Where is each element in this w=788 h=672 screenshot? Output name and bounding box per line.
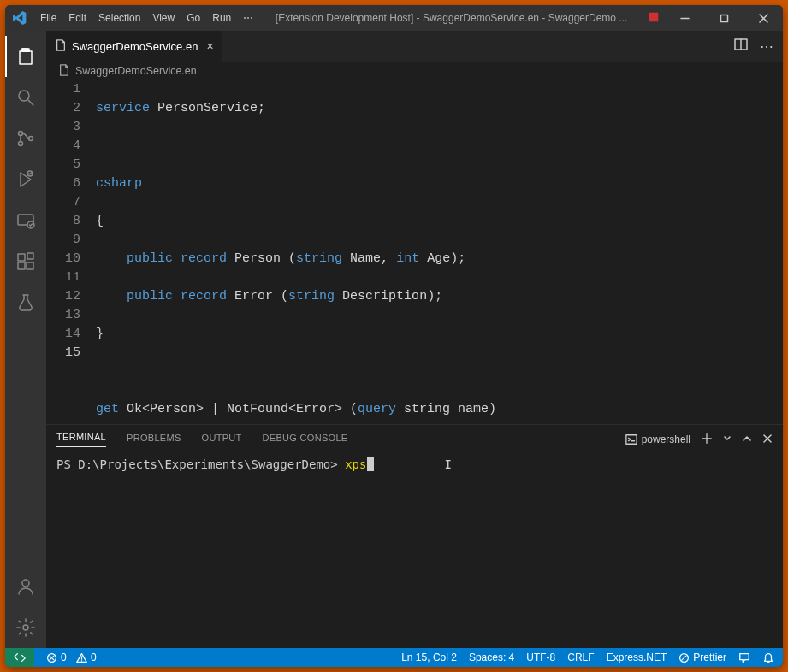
- activity-account[interactable]: [5, 566, 46, 607]
- breadcrumb[interactable]: SwaggerDemoService.en: [46, 62, 783, 80]
- menu-file[interactable]: File: [34, 5, 62, 31]
- menu-run[interactable]: Run: [206, 5, 237, 31]
- svg-rect-17: [27, 262, 33, 269]
- panel-tab-output[interactable]: OUTPUT: [202, 433, 242, 447]
- terminal-body[interactable]: PS D:\Projects\Experiments\SwaggerDemo> …: [46, 454, 783, 648]
- terminal-new-icon[interactable]: [701, 433, 713, 447]
- text-caret-icon: I: [444, 457, 451, 471]
- terminal-dropdown-icon[interactable]: [723, 433, 732, 445]
- status-feedback-icon[interactable]: [738, 651, 750, 663]
- activity-settings[interactable]: [5, 607, 46, 648]
- activity-run[interactable]: [5, 159, 46, 200]
- status-bell-icon[interactable]: [762, 651, 774, 663]
- file-icon: [55, 39, 67, 54]
- tab-row: SwaggerDemoService.en × ⋯: [46, 31, 783, 62]
- svg-rect-18: [27, 253, 33, 259]
- editor-column: SwaggerDemoService.en × ⋯ SwaggerDemoSer…: [46, 31, 783, 648]
- status-ln-col[interactable]: Ln 15, Col 2: [401, 651, 457, 663]
- panel-close-icon[interactable]: [762, 433, 773, 446]
- tab-active[interactable]: SwaggerDemoService.en ×: [46, 31, 223, 62]
- main-area: SwaggerDemoService.en × ⋯ SwaggerDemoSer…: [5, 31, 783, 648]
- activity-explorer[interactable]: [5, 36, 46, 77]
- menu-view[interactable]: View: [146, 5, 181, 31]
- status-spaces[interactable]: Spaces: 4: [469, 651, 514, 663]
- file-icon: [58, 64, 70, 79]
- breadcrumb-label: SwaggerDemoService.en: [75, 65, 197, 77]
- menu-go[interactable]: Go: [181, 5, 206, 31]
- svg-rect-15: [18, 254, 25, 261]
- status-bar: 0 0 Ln 15, Col 2 Spaces: 4 UTF-8 CRLF Ex…: [5, 648, 783, 667]
- editor-more-icon[interactable]: ⋯: [760, 38, 774, 55]
- menu-overflow[interactable]: ⋯: [237, 5, 260, 31]
- activity-bar: [5, 31, 46, 648]
- terminal-command: xps: [345, 457, 366, 471]
- menu-bar: File Edit Selection View Go Run ⋯: [34, 5, 260, 31]
- split-editor-icon[interactable]: [734, 38, 748, 55]
- status-lang[interactable]: Express.NET: [607, 651, 667, 663]
- maximize-button[interactable]: [704, 5, 744, 31]
- app-window: File Edit Selection View Go Run ⋯ [Exten…: [5, 5, 783, 667]
- terminal-prompt: PS D:\Projects\Experiments\SwaggerDemo>: [56, 457, 338, 471]
- svg-rect-23: [626, 435, 637, 445]
- activity-remote[interactable]: [5, 200, 46, 241]
- titlebar: File Edit Selection View Go Run ⋯ [Exten…: [5, 5, 783, 31]
- tab-label: SwaggerDemoService.en: [72, 40, 198, 53]
- svg-point-19: [22, 580, 29, 587]
- terminal-shell-label: powershell: [642, 433, 690, 445]
- panel-tabs: TERMINAL PROBLEMS OUTPUT DEBUG CONSOLE p…: [46, 425, 783, 454]
- activity-extensions[interactable]: [5, 241, 46, 282]
- activity-scm[interactable]: [5, 118, 46, 159]
- tab-close-icon[interactable]: ×: [206, 39, 213, 53]
- panel-tab-terminal[interactable]: TERMINAL: [56, 432, 106, 447]
- code-editor[interactable]: 123456789101112131415 service PersonServ…: [46, 80, 783, 424]
- svg-line-34: [682, 656, 686, 660]
- svg-rect-16: [18, 262, 25, 269]
- activity-testing[interactable]: [5, 282, 46, 323]
- svg-rect-5: [20, 51, 32, 64]
- status-remote[interactable]: [5, 648, 34, 667]
- debug-stop-icon[interactable]: [643, 11, 665, 26]
- svg-point-20: [23, 625, 28, 630]
- panel-maximize-icon[interactable]: [742, 433, 752, 446]
- close-button[interactable]: [744, 5, 783, 31]
- window-controls: [665, 5, 783, 31]
- svg-point-7: [19, 91, 29, 101]
- status-prettier[interactable]: Prettier: [678, 651, 726, 663]
- status-eol[interactable]: CRLF: [567, 651, 594, 663]
- menu-edit[interactable]: Edit: [62, 5, 92, 31]
- activity-search[interactable]: [5, 77, 46, 118]
- terminal-shell-icon[interactable]: powershell: [625, 433, 690, 445]
- svg-rect-0: [649, 12, 659, 21]
- terminal-cursor: [367, 457, 374, 471]
- svg-line-8: [28, 100, 33, 105]
- panel-tab-debug[interactable]: DEBUG CONSOLE: [263, 433, 348, 447]
- menu-selection[interactable]: Selection: [92, 5, 146, 31]
- line-gutter: 123456789101112131415: [46, 80, 96, 424]
- status-encoding[interactable]: UTF-8: [526, 651, 555, 663]
- code-content[interactable]: service PersonService; csharp { public r…: [96, 80, 783, 424]
- svg-rect-2: [720, 15, 727, 21]
- vscode-icon: [5, 11, 34, 25]
- panel-tab-problems[interactable]: PROBLEMS: [127, 433, 181, 447]
- minimize-button[interactable]: [665, 5, 704, 31]
- editor-actions: ⋯: [726, 31, 783, 62]
- panel: TERMINAL PROBLEMS OUTPUT DEBUG CONSOLE p…: [46, 424, 783, 648]
- status-errors[interactable]: 0 0: [46, 651, 97, 663]
- window-title: [Extension Development Host] - SwaggerDe…: [260, 12, 643, 24]
